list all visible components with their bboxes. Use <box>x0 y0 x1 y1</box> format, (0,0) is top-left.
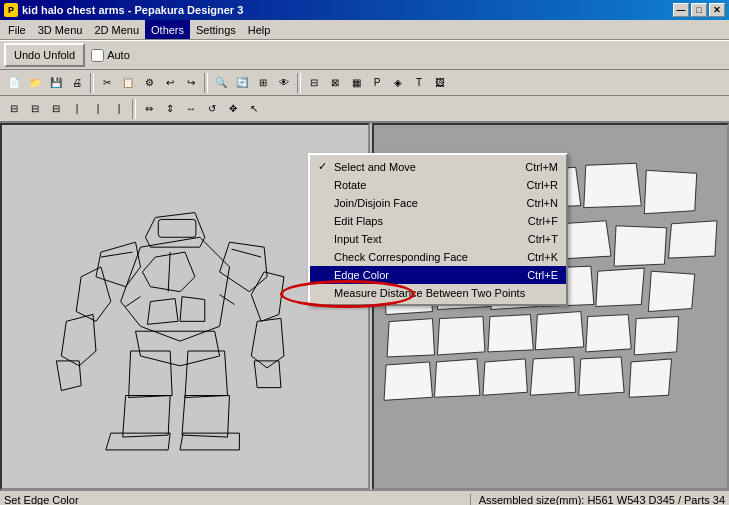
menu-file[interactable]: File <box>2 20 32 39</box>
close-button[interactable]: ✕ <box>709 3 725 17</box>
text-icon: T <box>416 77 422 88</box>
move-button[interactable]: ✥ <box>223 99 243 119</box>
ctx-flaps-shortcut: Ctrl+F <box>528 215 558 227</box>
align1-icon: ⊟ <box>10 103 18 114</box>
ctx-select-move-label: Select and Move <box>334 161 505 173</box>
rotate-button[interactable]: 🔄 <box>232 73 252 93</box>
ctx-select-move[interactable]: ✓ Select and Move Ctrl+M <box>310 157 566 176</box>
save-icon: 💾 <box>50 77 62 88</box>
svg-marker-37 <box>669 221 717 258</box>
align5-button[interactable]: | <box>88 99 108 119</box>
ctx-edgecolor-shortcut: Ctrl+E <box>527 269 558 281</box>
ctx-edit-flaps[interactable]: Edit Flaps Ctrl+F <box>310 212 566 230</box>
svg-marker-52 <box>483 359 527 395</box>
print-icon: 🖨 <box>72 77 82 88</box>
minimize-button[interactable]: — <box>673 3 689 17</box>
menu-3d[interactable]: 3D Menu <box>32 20 89 39</box>
status-bar: Set Edge Color Assembled size(mm): H561 … <box>0 490 729 505</box>
text-button[interactable]: T <box>409 73 429 93</box>
auto-checkbox[interactable] <box>91 49 104 62</box>
undo-unfold-button[interactable]: Undo Unfold <box>4 43 85 67</box>
align4-icon: | <box>76 103 79 114</box>
rot2-button[interactable]: ↺ <box>202 99 222 119</box>
align2-button[interactable]: ⊟ <box>25 99 45 119</box>
app-icon: P <box>4 3 18 17</box>
ctx-edge-color[interactable]: Edge Color Ctrl+E <box>310 266 566 284</box>
menu-bar: File 3D Menu 2D Menu Others Settings Hel… <box>0 20 729 40</box>
ctx-measure-dist[interactable]: Measure Distance Between Two Points <box>310 284 566 302</box>
svg-marker-51 <box>435 359 480 397</box>
tool2-icon: 📋 <box>122 77 134 88</box>
scale-icon: ⇔ <box>145 103 153 114</box>
align4-button[interactable]: | <box>67 99 87 119</box>
ctx-check-face[interactable]: Check Corresponding Face Ctrl+K <box>310 248 566 266</box>
menu-2d[interactable]: 2D Menu <box>88 20 145 39</box>
tool1-button[interactable]: ✂ <box>97 73 117 93</box>
grid3-button[interactable]: ▦ <box>346 73 366 93</box>
page-icon: P <box>374 77 381 88</box>
mark-button[interactable]: ◈ <box>388 73 408 93</box>
svg-marker-54 <box>579 357 624 395</box>
save-button[interactable]: 💾 <box>46 73 66 93</box>
tool4-button[interactable]: ↩ <box>160 73 180 93</box>
align3-icon: ⊟ <box>52 103 60 114</box>
ctx-input-text[interactable]: Input Text Ctrl+T <box>310 230 566 248</box>
tool3-button[interactable]: ⚙ <box>139 73 159 93</box>
ctx-rotate[interactable]: Rotate Ctrl+R <box>310 176 566 194</box>
context-menu: ✓ Select and Move Ctrl+M Rotate Ctrl+R J… <box>308 153 568 306</box>
zoom-icon: 🔍 <box>215 77 227 88</box>
tool2-button[interactable]: 📋 <box>118 73 138 93</box>
new-button[interactable]: 📄 <box>4 73 24 93</box>
menu-settings[interactable]: Settings <box>190 20 242 39</box>
print-button[interactable]: 🖨 <box>67 73 87 93</box>
grid2-button[interactable]: ⊠ <box>325 73 345 93</box>
maximize-button[interactable]: □ <box>691 3 707 17</box>
separator-1 <box>90 73 94 93</box>
svg-marker-53 <box>530 357 575 395</box>
svg-line-23 <box>220 295 235 305</box>
fit-button[interactable]: ⊞ <box>253 73 273 93</box>
title-bar-left: P kid halo chest arms - Pepakura Designe… <box>4 3 243 17</box>
svg-marker-9 <box>254 361 281 388</box>
svg-marker-42 <box>596 268 644 306</box>
flip-icon: ⇕ <box>166 103 174 114</box>
align6-icon: | <box>118 103 121 114</box>
svg-line-22 <box>126 297 141 307</box>
scale-button[interactable]: ⇔ <box>139 99 159 119</box>
svg-marker-4 <box>76 267 111 321</box>
svg-marker-43 <box>648 271 694 311</box>
align3-button[interactable]: ⊟ <box>46 99 66 119</box>
svg-marker-47 <box>535 312 583 350</box>
align1-button[interactable]: ⊟ <box>4 99 24 119</box>
svg-marker-24 <box>147 299 178 325</box>
ctx-checkface-shortcut: Ctrl+K <box>527 251 558 263</box>
separator-3 <box>297 73 301 93</box>
svg-marker-14 <box>182 396 229 438</box>
svg-line-21 <box>231 249 261 257</box>
grid1-button[interactable]: ⊟ <box>304 73 324 93</box>
menu-help[interactable]: Help <box>242 20 277 39</box>
page-button[interactable]: P <box>367 73 387 93</box>
svg-marker-50 <box>384 362 432 400</box>
svg-rect-19 <box>158 219 196 237</box>
grid1-icon: ⊟ <box>310 77 318 88</box>
svg-marker-25 <box>180 297 205 322</box>
ctx-join-disjoin[interactable]: Join/Disjoin Face Ctrl+N <box>310 194 566 212</box>
mirror-button[interactable]: ↔ <box>181 99 201 119</box>
flip-button[interactable]: ⇕ <box>160 99 180 119</box>
ctx-flaps-label: Edit Flaps <box>334 215 508 227</box>
open-button[interactable]: 📁 <box>25 73 45 93</box>
align6-button[interactable]: | <box>109 99 129 119</box>
open-icon: 📁 <box>29 77 41 88</box>
svg-marker-7 <box>251 318 284 367</box>
status-right: Assembled size(mm): H561 W543 D345 / Par… <box>470 494 725 506</box>
tool5-button[interactable]: ↪ <box>181 73 201 93</box>
mirror-icon: ↔ <box>186 103 196 114</box>
img-button[interactable]: 🖼 <box>430 73 450 93</box>
menu-others[interactable]: Others <box>145 20 190 39</box>
view-button[interactable]: 👁 <box>274 73 294 93</box>
svg-line-20 <box>101 252 133 257</box>
select-button[interactable]: ↖ <box>244 99 264 119</box>
zoom-button[interactable]: 🔍 <box>211 73 231 93</box>
ctx-rotate-label: Rotate <box>334 179 507 191</box>
